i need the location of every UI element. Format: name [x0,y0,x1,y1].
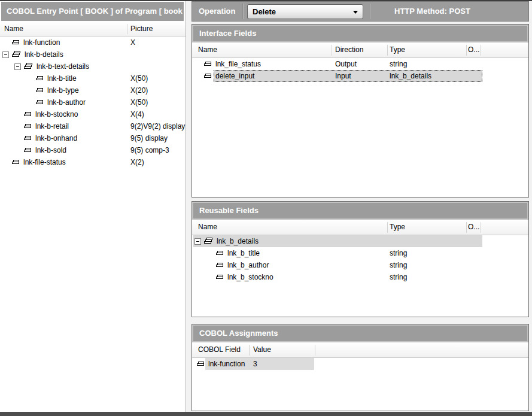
column-divider[interactable] [387,45,388,56]
tree-item-label: lnk-b-title [47,74,77,83]
field-icon [216,251,224,256]
operation-bar: Operation Delete HTTP Method: POST [191,1,529,22]
field-icon [216,263,224,268]
column-divider[interactable] [387,222,388,233]
tree-row[interactable]: lnk_b_authorstring [192,259,528,271]
field-icon [24,148,32,153]
tree-row[interactable]: lnk-b-details [0,48,186,60]
interface-fields-column-header: Name Direction Type O... [192,42,528,58]
section-header-strip: Reusable Fields [192,202,528,220]
tree-row[interactable]: lnk_file_statusOutputstring [192,58,528,70]
tree-item-label: lnk-b-author [47,98,86,107]
column-divider[interactable] [466,222,467,233]
column-header-value[interactable]: Value [253,342,271,357]
column-header-o[interactable]: O... [468,42,479,57]
tree-row[interactable]: lnk-b-retail9(2)V9(2) display [0,120,186,132]
group-field-icon [204,238,214,245]
column-divider[interactable] [127,24,127,34]
tree-item-label: lnk_file_status [215,60,261,68]
left-tree-column-header: Name Picture [0,22,186,37]
tree-item-label: lnk-b-stockno [35,110,78,119]
tree-row[interactable]: lnk_b_details [192,235,528,247]
tree-row[interactable]: lnk-b-stocknoX(4) [0,108,186,120]
tree-row[interactable]: lnk-functionX [0,37,186,48]
field-icon [36,88,44,93]
column-header-name[interactable]: Name [198,220,217,235]
column-header-name[interactable]: Name [198,42,217,57]
tree-row[interactable]: delete_inputInputlnk_b_details [192,70,528,82]
tree-item-label: lnk_b_stockno [227,273,273,281]
tree-row[interactable]: lnk-b-onhand9(5) display [0,132,186,144]
tree-item-label: lnk-b-type [47,86,79,95]
field-icon [36,76,44,81]
cobol-assignments-section: COBOL Assignments COBOL Field Value lnk-… [191,324,529,411]
tree-row[interactable]: lnk-b-text-details [0,60,186,72]
column-header-o[interactable]: O... [468,220,479,235]
column-divider[interactable] [466,45,467,56]
cell-direction: Input [335,70,351,82]
http-method-label: HTTP Method: POST [394,2,470,21]
expander-minus-icon[interactable] [194,238,201,245]
field-icon [12,160,20,165]
tree-row[interactable]: lnk-b-sold9(5) comp-3 [0,144,186,156]
tree-row[interactable]: lnk-file-statusX(2) [0,156,186,168]
column-header-direction[interactable]: Direction [335,42,363,57]
tree-item-label: lnk-b-onhand [35,134,77,142]
tree-row[interactable]: lnk_b_stocknostring [192,271,528,283]
interface-fields-table: lnk_file_statusOutputstringdelete_inputI… [192,58,528,82]
cobol-structure-tree: lnk-functionXlnk-b-detailslnk-b-text-det… [0,37,186,412]
operation-selected-value: Delete [253,7,276,16]
tree-row[interactable]: lnk-b-authorX(50) [0,96,186,108]
expander-minus-icon[interactable] [2,51,9,58]
cell-type: string [390,58,407,70]
column-header-picture[interactable]: Picture [130,22,153,36]
column-divider[interactable] [315,345,315,356]
field-icon [24,124,32,129]
cell-picture: X(50) [130,96,148,108]
column-header-name[interactable]: Name [4,22,23,36]
tree-row[interactable]: lnk-b-typeX(20) [0,84,186,96]
tree-item-label: lnk-b-text-details [37,62,89,71]
tree-row[interactable]: lnk-b-titleX(50) [0,72,186,84]
group-field-icon [12,51,22,58]
cell-direction: Output [335,58,357,70]
field-icon [216,275,224,280]
column-header-type[interactable]: Type [390,42,405,57]
column-divider[interactable] [481,45,481,56]
expander-slot [194,238,204,245]
column-header-cobol-field[interactable]: COBOL Field [198,342,241,357]
cobol-entry-point-window: COBOL Entry Point [ BOOK ] of Program [ … [0,0,532,416]
cobol-entry-point-panel: COBOL Entry Point [ BOOK ] of Program [ … [0,1,186,412]
column-divider[interactable] [332,45,332,56]
expander-slot [14,63,24,70]
reusable-fields-table: lnk_b_detailslnk_b_titlestringlnk_b_auth… [192,235,528,283]
interface-fields-title: Interface Fields [193,26,527,41]
field-icon [24,112,32,117]
separator [243,4,244,19]
cell-picture: X(2) [130,156,144,168]
column-header-type[interactable]: Type [390,220,405,235]
field-icon [204,74,212,79]
separator [370,4,371,19]
tree-item-label: lnk-b-sold [35,146,66,154]
group-field-icon [24,63,34,70]
expander-minus-icon[interactable] [14,63,21,70]
column-divider[interactable] [249,345,250,356]
interface-fields-section: Interface Fields Name Direction Type O..… [191,24,529,198]
expander-slot [2,51,12,58]
tree-item-label: lnk-function [23,38,60,47]
tree-item-label: lnk_b_details [217,237,259,245]
tree-item-label: lnk_b_title [227,249,260,257]
tree-row[interactable]: lnk_b_titlestring [192,247,528,259]
operation-select[interactable]: Delete [247,4,363,19]
cobol-assignments-column-header: COBOL Field Value [192,342,528,358]
tree-row[interactable]: lnk-function3 [192,358,528,370]
field-icon [36,100,44,105]
cobol-assignments-table: lnk-function3 [192,358,528,370]
window-bottom-edge [0,412,532,416]
operation-label: Operation [199,2,235,21]
chevron-down-icon [353,11,358,14]
cell-picture: X(4) [130,108,144,120]
tree-item-label: lnk-function [208,360,245,368]
column-divider[interactable] [481,222,481,233]
